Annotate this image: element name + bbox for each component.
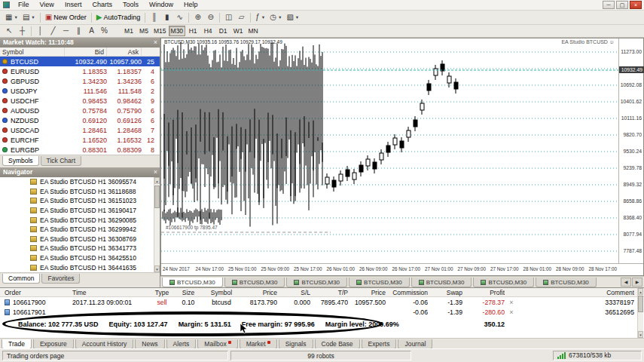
timeframe-m1-button[interactable]: M1 — [121, 26, 136, 36]
market-watch-row[interactable]: NZDUSD0.691200.691266 — [0, 115, 160, 125]
new-chart-icon[interactable]: ▦▼ — [3, 12, 20, 23]
column-header-bid[interactable]: Bid — [65, 48, 107, 56]
tab-common[interactable]: Common — [2, 274, 40, 284]
order-row[interactable]: 1066179002017.11.23 09:00:01sell0.10btcu… — [0, 298, 636, 308]
line-chart-icon[interactable]: ∿ — [173, 12, 186, 23]
column-header-swap[interactable]: Swap — [429, 288, 462, 297]
column-header-size[interactable]: Size — [176, 288, 200, 297]
column-header-tp[interactable]: T/P — [312, 288, 348, 297]
autotrading-button[interactable]: ▶AutoTrading — [94, 12, 142, 23]
balance-row[interactable]: Balance: 102 777.35 USDEquity: 103 127.4… — [0, 318, 625, 330]
timeframe-mn-button[interactable]: MN — [246, 26, 261, 36]
chart-tab[interactable]: BTCUSD,M30 — [536, 278, 597, 287]
market-watch-row[interactable]: USDCHF0.984530.984629 — [0, 96, 160, 106]
timeframe-m30-button[interactable]: M30 — [169, 26, 186, 36]
tab-tick-chart[interactable]: Tick Chart — [41, 156, 81, 166]
scroll-down-icon[interactable]: ▼ — [154, 265, 160, 272]
cursor-tool-icon[interactable]: ↖ — [3, 26, 16, 37]
close-order-icon[interactable]: × — [506, 308, 517, 318]
market-watch-row[interactable]: BTCUSD10932.49010957.90025 — [0, 57, 160, 66]
bar-chart-icon[interactable]: ║ — [148, 12, 160, 23]
market-watch-row[interactable]: USDJPY111.546111.5482 — [0, 86, 160, 96]
scroll-left-icon[interactable]: ◀ — [621, 278, 631, 287]
column-header-price[interactable]: Price — [243, 288, 277, 297]
menu-charts[interactable]: Charts — [87, 0, 118, 10]
market-watch-row[interactable]: EURCHF1.165201.1653212 — [0, 135, 160, 145]
price-scale[interactable]: 11273.0010982.5410692.0810401.6210111.16… — [618, 38, 643, 263]
menu-view[interactable]: View — [35, 0, 60, 10]
periods-icon[interactable]: ◷▼ — [267, 12, 284, 23]
navigator-close-icon[interactable]: × — [154, 167, 157, 177]
timeframe-m5-button[interactable]: M5 — [136, 26, 151, 36]
navigator-item[interactable]: EA Studio BTCUSD H1 36441635 — [0, 262, 160, 272]
horizontal-line-tool-icon[interactable]: ─ — [60, 26, 72, 37]
chart-window[interactable]: #106617900 tp 7895.47 BTCUSD,M30 10935.1… — [160, 38, 644, 276]
navigator-item[interactable]: EA Studio BTCUSD H1 36308769 — [0, 235, 160, 244]
chart-tab[interactable]: BTCUSD,M30 — [473, 278, 534, 287]
column-header-close[interactable] — [506, 288, 517, 297]
navigator-item[interactable]: EA Studio BTCUSD H1 36190417 — [0, 206, 160, 216]
timeframe-h1-button[interactable]: H1 — [185, 26, 200, 36]
column-header-sl[interactable]: S/L — [280, 288, 310, 297]
market-watch-row[interactable]: EURUSD1.183531.183574 — [0, 66, 160, 76]
profiles-icon[interactable]: ▤▼ — [20, 12, 38, 23]
channel-tool-icon[interactable]: ∥ — [72, 26, 85, 37]
scrollbar-thumb[interactable] — [638, 296, 643, 312]
menu-insert[interactable]: Insert — [60, 0, 87, 10]
new-order-button[interactable]: ▣New Order — [43, 12, 89, 23]
chart-plot-area[interactable]: #106617900 tp 7895.47 — [161, 38, 619, 263]
timeframe-h4-button[interactable]: H4 — [200, 26, 215, 36]
column-header-order[interactable]: Order — [5, 288, 71, 297]
connection-status[interactable]: 673810/538 kb — [553, 351, 642, 360]
scroll-up-icon[interactable]: ▲ — [154, 177, 160, 184]
tile-windows-icon[interactable]: ◫ — [222, 12, 235, 23]
chart-tab[interactable]: BTCUSD,M30 — [162, 278, 223, 287]
navigator-item[interactable]: EA Studio BTCUSD H1 36299942 — [0, 225, 160, 235]
column-header-profit[interactable]: Profit — [464, 288, 505, 297]
chart-canvas[interactable]: #106617900 tp 7895.47 — [161, 38, 619, 263]
close-button[interactable]: × — [630, 1, 642, 9]
market-watch-row[interactable]: USDCAD1.284611.284687 — [0, 125, 160, 135]
navigator-header[interactable]: Navigator × — [0, 167, 160, 177]
indicators-icon[interactable]: ƒ▼ — [253, 12, 267, 23]
fibonacci-tool-icon[interactable]: % — [98, 26, 111, 37]
timeframe-w1-button[interactable]: W1 — [230, 26, 246, 36]
candlestick-chart-icon[interactable]: ▮ — [160, 12, 173, 23]
time-axis[interactable]: 24 Nov 201724 Nov 17:0025 Nov 01:0025 No… — [161, 263, 643, 275]
column-header-time[interactable]: Time — [72, 288, 148, 297]
chart-tab[interactable]: BTCUSD,M30 — [349, 278, 410, 287]
market-watch-row[interactable]: AUDUSD0.757840.757906 — [0, 106, 160, 115]
column-header-symbol[interactable]: Symbol — [0, 48, 65, 56]
tab-favorites[interactable]: Favorites — [41, 274, 80, 284]
crosshair-tool-icon[interactable]: ┼ — [16, 26, 29, 37]
navigator-item[interactable]: EA Studio BTCUSD H1 36095574 — [0, 177, 160, 187]
templates-icon[interactable]: ▧▼ — [284, 12, 301, 23]
order-row[interactable]: 106617901-0.06-1.39-280.60×36512695 — [0, 308, 636, 318]
scroll-up-icon[interactable]: ▲ — [638, 288, 643, 295]
market-watch-header[interactable]: Market Watch: 11:10:48 × — [0, 38, 160, 48]
timeframe-m15-button[interactable]: M15 — [151, 26, 169, 36]
menu-window[interactable]: Window — [144, 0, 179, 10]
navigator-scrollbar[interactable]: ▲ ▼ — [154, 177, 160, 272]
menu-tools[interactable]: Tools — [118, 0, 144, 10]
market-watch-close-icon[interactable]: × — [154, 38, 157, 48]
column-header-type[interactable]: Type — [149, 288, 175, 297]
scroll-right-icon[interactable]: ▶ — [632, 278, 642, 287]
restore-button[interactable]: ▢ — [616, 1, 628, 9]
navigator-item[interactable]: EA Studio BTCUSD H1 36118688 — [0, 187, 160, 197]
chart-tab[interactable]: BTCUSD,M30 — [224, 278, 285, 287]
minimize-button[interactable]: ─ — [603, 1, 615, 9]
menu-file[interactable]: File — [13, 0, 35, 10]
zoom-out-icon[interactable]: ⊖ — [204, 12, 217, 23]
menu-help[interactable]: Help — [179, 0, 203, 10]
text-tool-icon[interactable]: A — [85, 26, 98, 37]
column-header-symbol[interactable]: Symbol — [202, 288, 241, 297]
market-watch-row[interactable]: GBPUSD1.342301.342366 — [0, 76, 160, 86]
scroll-down-icon[interactable]: ▼ — [638, 331, 643, 338]
terminal-scrollbar[interactable]: ▲ ▼ — [637, 288, 643, 338]
trendline-tool-icon[interactable]: ╱ — [47, 26, 60, 37]
column-header-commission[interactable]: Commission — [387, 288, 428, 297]
vertical-line-tool-icon[interactable]: │ — [34, 26, 47, 37]
market-watch-row[interactable]: EURGBP0.883010.883098 — [0, 145, 160, 155]
navigator-item[interactable]: EA Studio BTCUSD H1 36151023 — [0, 196, 160, 206]
